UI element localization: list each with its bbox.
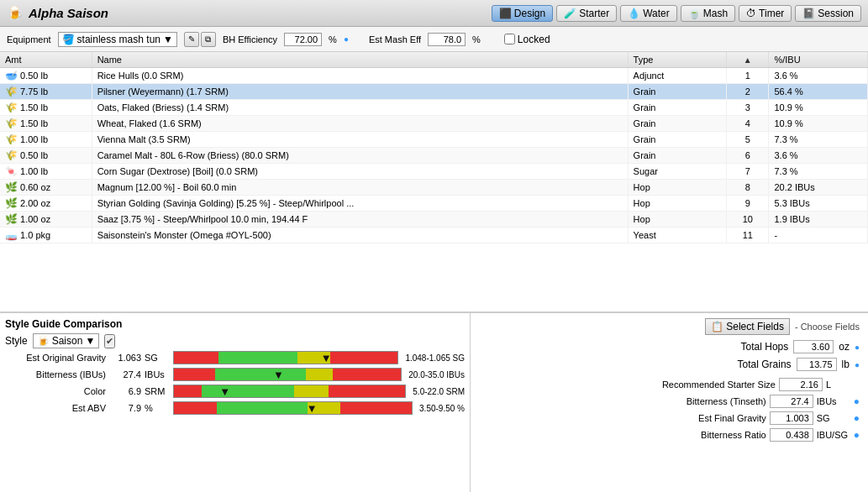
cell-type: Sugar bbox=[628, 164, 727, 180]
info-dot[interactable]: ● bbox=[854, 412, 860, 424]
ingredient-icon: 🌾 bbox=[5, 133, 18, 145]
cell-pct: 3.6 % bbox=[769, 68, 868, 84]
cell-num: 11 bbox=[727, 228, 769, 243]
select-fields-button[interactable]: 📋 Select Fields bbox=[705, 318, 790, 335]
nav-design-button[interactable]: ⬛ Design bbox=[492, 5, 553, 22]
cell-pct: 10.9 % bbox=[769, 100, 868, 116]
equipment-select-icon: 🪣 bbox=[62, 34, 75, 45]
metric-unit: SRM bbox=[145, 386, 170, 396]
cell-num: 10 bbox=[727, 212, 769, 228]
est-mash-label: Est Mash Eff bbox=[369, 34, 421, 44]
bh-info-dot[interactable]: ● bbox=[344, 34, 349, 44]
table-row[interactable]: 🌾 7.75 lb Pilsner (Weyermann) (1.7 SRM) … bbox=[0, 84, 868, 100]
total-hops-value bbox=[793, 340, 834, 353]
table-row[interactable]: 🌾 1.50 lb Wheat, Flaked (1.6 SRM) Grain … bbox=[0, 116, 868, 132]
metric-label: Est Original Gravity bbox=[5, 353, 106, 363]
nav-session-button[interactable]: 📓 Session bbox=[795, 5, 861, 22]
right-top-row: 📋 Select Fields - Choose Fields bbox=[479, 318, 860, 335]
table-row[interactable]: 🌾 0.50 lb Caramel Malt - 80L 6-Row (Brie… bbox=[0, 148, 868, 164]
style-guide-panel: Style Guide Comparison Style 🍺 Saison ▼ … bbox=[0, 313, 471, 492]
bh-efficiency-label: BH Efficiency bbox=[223, 34, 277, 44]
total-grains-dot: ● bbox=[855, 360, 860, 369]
est-mash-input[interactable] bbox=[428, 33, 466, 46]
gauge-range: 1.048-1.065 SG bbox=[405, 353, 465, 363]
stat-label: Bitterness (Tinseth) bbox=[479, 396, 766, 406]
nav-timer-button[interactable]: ⏱ Timer bbox=[739, 5, 792, 22]
table-row[interactable]: 🌾 1.00 lb Vienna Malt (3.5 SRM) Grain 5 … bbox=[0, 132, 868, 148]
design-icon: ⬛ bbox=[499, 8, 512, 19]
table-row[interactable]: 🥣 0.50 lb Rice Hulls (0.0 SRM) Adjunct 1… bbox=[0, 68, 868, 84]
cell-type: Hop bbox=[628, 180, 727, 196]
locked-label: Locked bbox=[518, 34, 550, 45]
app-title: Alpha Saison bbox=[29, 6, 492, 20]
cell-pct: 7.3 % bbox=[769, 164, 868, 180]
table-row[interactable]: 🌿 2.00 oz Styrian Golding (Savinja Goldi… bbox=[0, 196, 868, 212]
cell-name: Styrian Golding (Savinja Golding) [5.25 … bbox=[92, 196, 628, 212]
right-panel: 📋 Select Fields - Choose Fields Total Ho… bbox=[471, 313, 868, 492]
metric-value: 1.063 bbox=[109, 353, 141, 363]
style-label: Style bbox=[5, 335, 28, 347]
col-sort[interactable]: ▲ bbox=[727, 52, 769, 68]
cell-amt: 🌾 1.50 lb bbox=[0, 100, 92, 116]
equipment-select[interactable]: 🪣 stainless mash tun ▼ bbox=[58, 32, 177, 47]
locked-checkbox[interactable] bbox=[504, 34, 515, 44]
choose-fields-label: - Choose Fields bbox=[795, 322, 860, 332]
ingredient-icon: 🧫 bbox=[5, 229, 18, 241]
style-select[interactable]: 🍺 Saison ▼ bbox=[33, 333, 100, 348]
equipment-edit-button[interactable]: ✎ bbox=[184, 32, 199, 47]
cell-amt: 🌾 1.00 lb bbox=[0, 132, 92, 148]
stat-value bbox=[770, 395, 813, 408]
ingredients-section: Amt Name Type ▲ %/IBU 🥣 0.50 lb Rice Hul… bbox=[0, 52, 868, 312]
total-hops-dot: ● bbox=[855, 343, 860, 352]
info-dot[interactable]: ● bbox=[854, 395, 860, 407]
equipment-copy-button[interactable]: ⧉ bbox=[201, 32, 216, 47]
nav-water-button[interactable]: 💧 Water bbox=[620, 5, 677, 22]
metric-label: Est ABV bbox=[5, 403, 106, 413]
ingredient-icon: 🌾 bbox=[5, 149, 18, 161]
metric-row: Color 6.9 SRM ▼ 5.0-22.0 SRM bbox=[5, 385, 465, 398]
mash-icon: 🍵 bbox=[688, 8, 701, 19]
table-row[interactable]: 🌿 0.60 oz Magnum [12.00 %] - Boil 60.0 m… bbox=[0, 180, 868, 196]
ingredient-icon: 🌾 bbox=[5, 118, 18, 129]
col-pct-ibu: %/IBU bbox=[769, 52, 868, 68]
stat-unit: IBUs bbox=[817, 396, 850, 406]
bottom-panel: Style Guide Comparison Style 🍺 Saison ▼ … bbox=[0, 312, 868, 492]
style-check-button[interactable]: ✔ bbox=[104, 334, 115, 348]
info-dot[interactable]: ● bbox=[854, 429, 860, 441]
gauge-bar: ▼ bbox=[173, 351, 398, 364]
cell-name: Saisonstein's Monster (Omega #OYL-500) bbox=[92, 228, 628, 243]
table-row[interactable]: 🧫 1.0 pkg Saisonstein's Monster (Omega #… bbox=[0, 228, 868, 243]
title-icon: 🍺 bbox=[7, 5, 24, 21]
gauge-marker: ▼ bbox=[220, 385, 230, 398]
stat-value bbox=[770, 428, 813, 442]
cell-name: Wheat, Flaked (1.6 SRM) bbox=[92, 116, 628, 132]
nav-starter-button[interactable]: 🧪 Starter bbox=[556, 5, 617, 22]
metric-value: 7.9 bbox=[109, 403, 141, 413]
nav-mash-button[interactable]: 🍵 Mash bbox=[681, 5, 735, 22]
style-dropdown-icon: ▼ bbox=[85, 335, 95, 347]
cell-amt: 🌿 0.60 oz bbox=[0, 180, 92, 196]
metric-unit: SG bbox=[145, 353, 170, 363]
total-hops-unit: oz bbox=[839, 341, 850, 353]
table-row[interactable]: 🍬 1.00 lb Corn Sugar (Dextrose) [Boil] (… bbox=[0, 164, 868, 180]
table-header-row: Amt Name Type ▲ %/IBU bbox=[0, 52, 868, 68]
cell-type: Grain bbox=[628, 116, 727, 132]
cell-type: Hop bbox=[628, 212, 727, 228]
stat-unit: L bbox=[826, 379, 860, 390]
cell-name: Rice Hulls (0.0 SRM) bbox=[92, 68, 628, 84]
cell-type: Grain bbox=[628, 148, 727, 164]
cell-pct: 56.4 % bbox=[769, 84, 868, 100]
cell-pct: 5.3 IBUs bbox=[769, 196, 868, 212]
table-row[interactable]: 🌿 1.00 oz Saaz [3.75 %] - Steep/Whirlpoo… bbox=[0, 212, 868, 228]
ingredient-icon: 🥣 bbox=[5, 70, 18, 81]
cell-num: 2 bbox=[727, 84, 769, 100]
metric-value: 27.4 bbox=[109, 369, 141, 379]
timer-icon: ⏱ bbox=[746, 8, 756, 19]
table-row[interactable]: 🌾 1.50 lb Oats, Flaked (Briess) (1.4 SRM… bbox=[0, 100, 868, 116]
stat-value bbox=[779, 378, 823, 391]
cell-amt: 🌾 7.75 lb bbox=[0, 84, 92, 100]
bh-efficiency-input[interactable] bbox=[284, 33, 322, 46]
ingredient-icon: 🌾 bbox=[5, 86, 18, 97]
gauge-range: 3.50-9.50 % bbox=[419, 404, 465, 413]
cell-num: 7 bbox=[727, 164, 769, 180]
